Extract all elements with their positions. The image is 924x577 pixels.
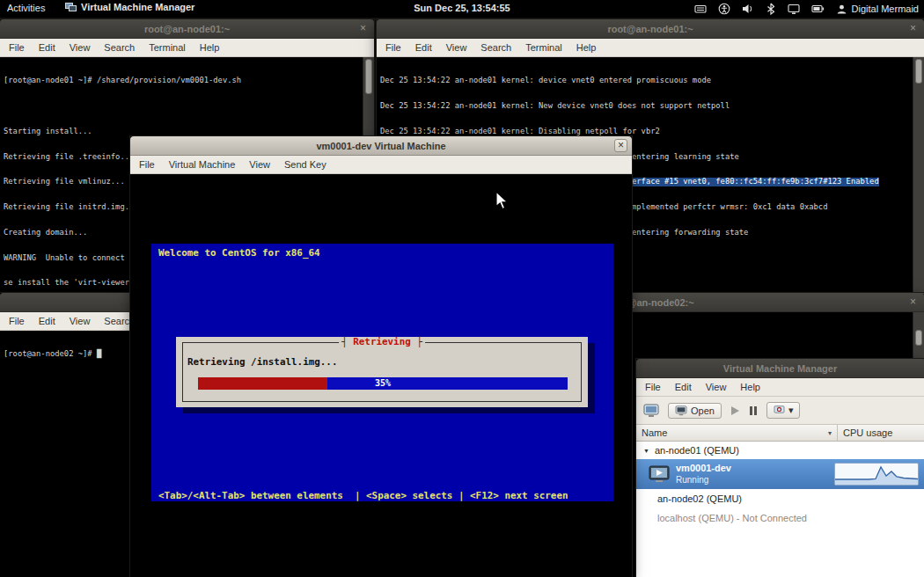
menu-file[interactable]: File <box>385 42 401 53</box>
bluetooth-icon[interactable] <box>766 3 776 15</box>
window-title: root@an-node01:~ <box>607 24 693 34</box>
window-titlebar[interactable]: root@an-node01:~ × <box>377 19 924 39</box>
vm-console-display[interactable]: Welcome to CentOS for x86_64 ┤ Retrievin… <box>130 174 632 577</box>
window-title: Virtual Machine Manager <box>723 363 837 374</box>
cpu-usage-sparkline <box>834 463 919 486</box>
menu-search[interactable]: Search <box>480 42 511 53</box>
scrollbar-thumb[interactable] <box>365 59 372 94</box>
window-title: vm0001-dev Virtual Machine <box>316 141 445 151</box>
new-vm-button[interactable] <box>643 404 659 418</box>
frame-junction-left: ┤ <box>341 336 348 347</box>
dialog-title: ┤ Retrieving ├ <box>339 337 425 347</box>
menu-virtual-machine[interactable]: Virtual Machine <box>169 159 236 170</box>
host-label: an-node02 (QEMU) <box>657 493 742 504</box>
battery-icon[interactable] <box>811 4 825 14</box>
close-icon[interactable]: × <box>906 296 920 309</box>
clock[interactable]: Sun Dec 25, 13:54:55 <box>414 3 510 13</box>
menu-terminal[interactable]: Terminal <box>149 42 186 53</box>
open-label: Open <box>691 405 715 416</box>
menu-view[interactable]: View <box>446 42 467 53</box>
sort-arrow-icon: ▾ <box>828 429 832 437</box>
menu-edit[interactable]: Edit <box>39 316 55 326</box>
host-row-localhost[interactable]: localhost (QEMU) - Not Connected <box>636 508 924 528</box>
menu-view[interactable]: View <box>70 42 91 53</box>
monitor-icon <box>643 404 659 418</box>
activities-button[interactable]: Activities <box>7 3 45 13</box>
installer-screen: Welcome to CentOS for x86_64 ┤ Retrievin… <box>151 244 613 501</box>
host-row-an-node01[interactable]: ▼ an-node01 (QEMU) <box>636 442 924 459</box>
terminal-line: Dec 25 13:54:22 an-node01 kernel: Disabl… <box>380 128 920 136</box>
menu-send-key[interactable]: Send Key <box>284 159 326 170</box>
menu-view[interactable]: View <box>249 159 270 170</box>
terminal-line: Dec 25 13:54:22 an-node01 kernel: device… <box>380 77 920 85</box>
menu-view[interactable]: View <box>706 382 727 392</box>
open-button[interactable]: Open <box>668 403 722 419</box>
close-icon[interactable]: × <box>614 139 627 152</box>
column-cpu-usage[interactable]: CPU usage <box>838 425 924 441</box>
display-icon[interactable] <box>788 4 800 15</box>
vmm-window: Virtual Machine Manager File Edit View H… <box>636 359 924 577</box>
run-button[interactable] <box>730 405 740 416</box>
sparkline-graph <box>835 464 918 485</box>
menu-file[interactable]: File <box>9 316 25 326</box>
vm-menubar: File Virtual Machine View Send Key <box>130 156 632 174</box>
app-icon <box>65 2 77 12</box>
vmm-menubar: File Edit View Help <box>636 378 924 397</box>
column-name[interactable]: Name ▾ <box>636 425 838 441</box>
window-titlebar[interactable]: vm0001-dev Virtual Machine × <box>130 136 632 156</box>
menu-edit[interactable]: Edit <box>675 382 692 392</box>
mouse-pointer <box>495 191 510 215</box>
gnome-top-bar: Activities Virtual Machine Manager Sun D… <box>0 0 924 18</box>
system-tray: Digital Mermaid <box>694 0 919 18</box>
installer-help-text: <Tab>/<Alt-Tab> between elements | <Spac… <box>158 491 568 501</box>
focused-app-menu[interactable]: Virtual Machine Manager <box>65 2 194 12</box>
keyboard-icon[interactable] <box>694 3 707 15</box>
window-titlebar[interactable]: Virtual Machine Manager <box>636 359 924 378</box>
menu-view[interactable]: View <box>70 316 91 326</box>
menu-edit[interactable]: Edit <box>415 42 432 53</box>
scrollbar[interactable] <box>913 57 924 294</box>
menu-file[interactable]: File <box>139 159 155 170</box>
vm-console-icon <box>649 465 670 483</box>
menu-file[interactable]: File <box>645 382 661 392</box>
close-icon[interactable]: × <box>356 22 370 35</box>
terminal-line <box>4 102 370 111</box>
menu-help[interactable]: Help <box>200 42 220 53</box>
app-name: Virtual Machine Manager <box>81 2 194 12</box>
volume-icon[interactable] <box>742 3 754 15</box>
scrollbar-thumb[interactable] <box>915 59 922 84</box>
terminal-line: [root@an-node01 ~]# /shared/provision/vm… <box>4 77 370 85</box>
host-label: an-node01 (QEMU) <box>655 445 739 456</box>
menu-search[interactable]: Search <box>104 42 135 53</box>
user-menu[interactable]: Digital Mermaid <box>836 4 919 15</box>
play-icon <box>730 405 740 416</box>
installer-welcome-text: Welcome to CentOS for x86_64 <box>158 248 320 259</box>
host-row-an-node02[interactable]: an-node02 (QEMU) <box>636 489 924 508</box>
expander-icon[interactable]: ▼ <box>643 448 649 454</box>
vm-label: vm0001-dev Running <box>676 463 731 486</box>
retrieving-dialog: ┤ Retrieving ├ Retrieving /install.img..… <box>176 337 588 407</box>
dialog-message: Retrieving /install.img... <box>187 357 337 368</box>
shutdown-button[interactable]: ▾ <box>766 402 801 419</box>
vm-row-vm0001-dev[interactable]: vm0001-dev Running <box>636 459 924 489</box>
menu-help[interactable]: Help <box>740 382 760 392</box>
progress-percent-label: 35% <box>198 377 568 390</box>
window-title: root@an-node01:~ <box>144 24 230 34</box>
pause-button[interactable] <box>749 405 758 416</box>
scrollbar-thumb[interactable] <box>915 330 922 346</box>
close-icon[interactable]: × <box>906 22 920 35</box>
menu-help[interactable]: Help <box>576 42 597 53</box>
menu-file[interactable]: File <box>9 42 25 53</box>
host-label: localhost (QEMU) - Not Connected <box>657 513 807 523</box>
menu-terminal[interactable]: Terminal <box>525 42 562 53</box>
list-header: Name ▾ CPU usage <box>636 425 924 442</box>
chevron-down-icon: ▾ <box>788 405 794 416</box>
terminal-menubar: File Edit View Search Terminal Help <box>0 39 374 57</box>
user-name: Digital Mermaid <box>852 4 919 14</box>
vm-console-window: vm0001-dev Virtual Machine × File Virtua… <box>130 136 632 577</box>
menu-edit[interactable]: Edit <box>39 42 55 53</box>
frame-junction-right: ├ <box>416 336 422 347</box>
accessibility-icon[interactable] <box>718 3 730 15</box>
progress-bar: 35% <box>198 377 568 390</box>
window-titlebar[interactable]: root@an-node01:~ × <box>0 19 374 39</box>
